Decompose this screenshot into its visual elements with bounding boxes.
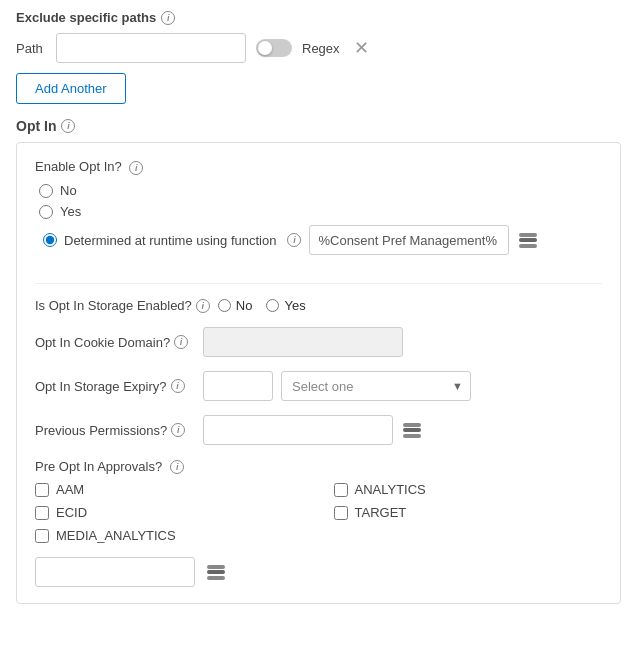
pre-opt-in-section: Pre Opt In Approvals? i AAM ANALYTICS EC… <box>35 459 602 587</box>
divider-1 <box>35 283 602 284</box>
opt-in-section-title: Opt In i <box>16 118 621 134</box>
storage-expiry-row: Opt In Storage Expiry? i Select one Days… <box>35 371 602 401</box>
checkbox-aam-label: AAM <box>56 482 84 497</box>
storage-expiry-info-icon[interactable]: i <box>171 379 185 393</box>
storage-no-label: No <box>236 298 253 313</box>
checkbox-target-input[interactable] <box>334 506 348 520</box>
pre-opt-in-text-input[interactable] <box>35 557 195 587</box>
checkbox-ecid-label: ECID <box>56 505 87 520</box>
cookie-domain-label: Opt In Cookie Domain? i <box>35 335 195 350</box>
checkbox-target[interactable]: TARGET <box>334 505 603 520</box>
storage-yes-label: Yes <box>284 298 305 313</box>
enable-opt-in-radio-group: No Yes Determined at runtime using funct… <box>35 183 602 269</box>
radio-yes-input[interactable] <box>39 205 53 219</box>
checkbox-media-analytics[interactable]: MEDIA_ANALYTICS <box>35 528 304 543</box>
function-db-icon[interactable] <box>517 231 539 250</box>
pre-opt-in-info-icon[interactable]: i <box>170 460 184 474</box>
previous-permissions-row: Previous Permissions? i <box>35 415 602 445</box>
pre-opt-in-label: Pre Opt In Approvals? i <box>35 459 602 474</box>
function-row: Determined at runtime using function i <box>39 225 602 255</box>
opt-in-box: Enable Opt In? i No Yes Determined at ru… <box>16 142 621 604</box>
radio-function[interactable]: Determined at runtime using function i <box>43 233 301 248</box>
previous-permissions-label: Previous Permissions? i <box>35 423 195 438</box>
storage-enabled-radio-group: No Yes <box>218 298 306 313</box>
storage-no[interactable]: No <box>218 298 253 313</box>
radio-function-label: Determined at runtime using function <box>64 233 276 248</box>
opt-in-title-label: Opt In <box>16 118 56 134</box>
close-icon[interactable]: ✕ <box>350 39 373 57</box>
checkbox-analytics-input[interactable] <box>334 483 348 497</box>
path-label: Path <box>16 41 46 56</box>
checkbox-target-label: TARGET <box>355 505 407 520</box>
checkbox-aam[interactable]: AAM <box>35 482 304 497</box>
checkbox-analytics[interactable]: ANALYTICS <box>334 482 603 497</box>
previous-permissions-input[interactable] <box>203 415 393 445</box>
path-input[interactable] <box>56 33 246 63</box>
storage-yes[interactable]: Yes <box>266 298 305 313</box>
storage-yes-input[interactable] <box>266 299 279 312</box>
function-info-icon[interactable]: i <box>287 233 301 247</box>
storage-expiry-number-input[interactable] <box>203 371 273 401</box>
cookie-domain-input[interactable] <box>203 327 403 357</box>
radio-function-input[interactable] <box>43 233 57 247</box>
path-row: Path Regex ✕ <box>16 33 621 63</box>
exclude-paths-info-icon[interactable]: i <box>161 11 175 25</box>
radio-no-input[interactable] <box>39 184 53 198</box>
previous-permissions-db-icon[interactable] <box>401 421 423 440</box>
storage-no-input[interactable] <box>218 299 231 312</box>
enable-opt-in-info-icon[interactable]: i <box>129 161 143 175</box>
storage-expiry-select-wrapper: Select one Days Weeks Months ▼ <box>281 371 471 401</box>
pre-opt-in-db-icon[interactable] <box>205 563 227 582</box>
pre-opt-in-checkbox-group: AAM ANALYTICS ECID TARGET MEDIA_ANALYTIC… <box>35 482 602 543</box>
bottom-input-row <box>35 557 602 587</box>
previous-permissions-info-icon[interactable]: i <box>171 423 185 437</box>
exclude-paths-section: Exclude specific paths i Path Regex ✕ <box>16 10 621 63</box>
regex-label: Regex <box>302 41 340 56</box>
radio-yes-label: Yes <box>60 204 81 219</box>
radio-no-label: No <box>60 183 77 198</box>
cookie-domain-info-icon[interactable]: i <box>174 335 188 349</box>
function-input[interactable] <box>309 225 509 255</box>
permissions-input-row <box>203 415 423 445</box>
regex-toggle-container <box>256 39 292 57</box>
storage-expiry-label: Opt In Storage Expiry? i <box>35 379 195 394</box>
cookie-domain-row: Opt In Cookie Domain? i <box>35 327 602 357</box>
storage-expiry-select[interactable]: Select one Days Weeks Months <box>281 371 471 401</box>
checkbox-ecid[interactable]: ECID <box>35 505 304 520</box>
checkbox-aam-input[interactable] <box>35 483 49 497</box>
checkbox-media-analytics-label: MEDIA_ANALYTICS <box>56 528 176 543</box>
checkbox-analytics-label: ANALYTICS <box>355 482 426 497</box>
checkbox-media-analytics-input[interactable] <box>35 529 49 543</box>
storage-enabled-label: Is Opt In Storage Enabled? i <box>35 298 210 313</box>
storage-enabled-info-icon[interactable]: i <box>196 299 210 313</box>
radio-no[interactable]: No <box>39 183 602 198</box>
checkbox-ecid-input[interactable] <box>35 506 49 520</box>
regex-toggle[interactable] <box>256 39 292 57</box>
toggle-knob <box>258 41 272 55</box>
add-another-button[interactable]: Add Another <box>16 73 126 104</box>
storage-enabled-row: Is Opt In Storage Enabled? i No Yes <box>35 298 602 313</box>
exclude-paths-label: Exclude specific paths <box>16 10 156 25</box>
radio-yes[interactable]: Yes <box>39 204 602 219</box>
enable-opt-in-label: Enable Opt In? i <box>35 159 602 175</box>
exclude-paths-title: Exclude specific paths i <box>16 10 621 25</box>
opt-in-info-icon[interactable]: i <box>61 119 75 133</box>
